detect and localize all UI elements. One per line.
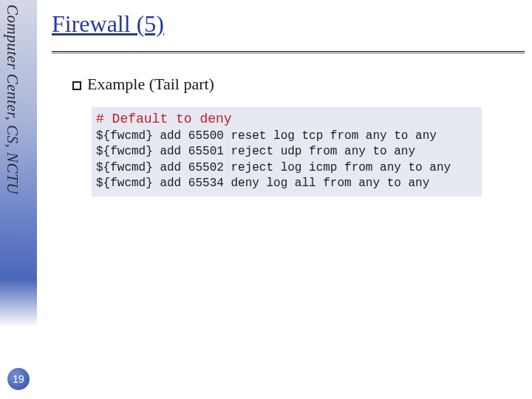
code-block: # Default to deny ${fwcmd} add 65500 res… [92,107,482,197]
code-comment: # Default to deny [96,112,232,126]
code-line: ${fwcmd} add 65502 reject log icmp from … [96,161,451,174]
sidebar: Computer Center, CS, NCTU 19 [0,0,37,399]
subtitle-text: Example (Tail part) [87,75,214,93]
divider-thick [52,51,525,52]
sidebar-label: Computer Center, CS, NCTU [3,4,21,194]
code-line: ${fwcmd} add 65501 reject udp from any t… [96,145,415,158]
page-number-badge: 19 [7,368,30,390]
divider-thin [52,53,525,54]
code-line: ${fwcmd} add 65534 deny log all from any… [96,177,429,190]
slide-content: Firewall (5) Example (Tail part) # Defau… [52,0,525,197]
square-bullet-icon [72,81,81,90]
subtitle: Example (Tail part) [72,75,525,94]
code-line: ${fwcmd} add 65500 reset log tcp from an… [96,129,437,143]
slide-title: Firewall (5) [52,10,525,38]
